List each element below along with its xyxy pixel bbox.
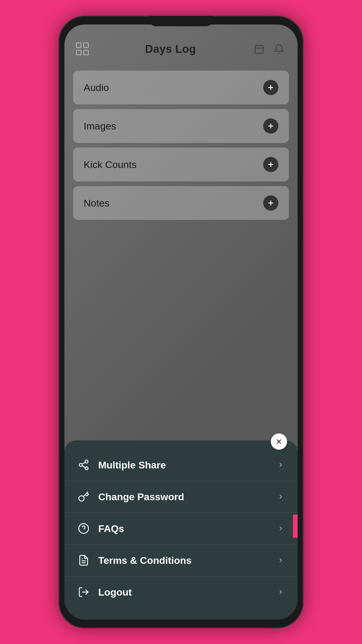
faqs-label: FAQs [98,523,275,534]
kick-counts-add-button[interactable] [263,157,278,172]
logout-label: Logout [98,587,275,598]
audio-label: Audio [84,82,109,93]
notch [149,16,213,26]
kick-counts-label: Kick Counts [84,159,136,170]
share-icon [76,457,91,473]
grid-dot [76,50,81,55]
help-circle-icon [76,521,91,536]
list-section: Audio Images Kick Counts [64,65,298,226]
svg-point-19 [79,524,88,533]
header-right [252,42,286,56]
screen: Days Log [64,24,298,620]
svg-rect-0 [255,46,263,53]
images-add-button[interactable] [263,118,278,134]
multiple-share-item[interactable]: Multiple Share [64,449,298,481]
bottom-sheet: Multiple Share Change Password [64,440,298,620]
phone-frame: Days Log [59,16,303,628]
audio-add-button[interactable] [263,80,278,95]
terms-conditions-label: Terms & Conditions [98,555,275,566]
svg-line-18 [82,462,85,464]
svg-point-14 [85,460,88,463]
faqs-item[interactable]: FAQs [64,513,298,545]
document-icon [76,553,91,568]
grid-dot [83,50,89,55]
close-button[interactable] [271,433,287,450]
notes-label: Notes [84,197,110,209]
svg-line-17 [82,466,85,468]
images-item[interactable]: Images [73,109,289,143]
calendar-icon[interactable] [252,42,266,56]
key-icon [76,489,91,504]
logout-icon [76,584,91,600]
faqs-chevron [275,523,286,534]
terms-conditions-item[interactable]: Terms & Conditions [64,545,298,576]
multiple-share-chevron [275,460,286,470]
side-button [293,514,298,538]
change-password-label: Change Password [98,491,275,503]
grid-icon[interactable] [76,43,89,55]
svg-point-16 [85,467,88,470]
grid-dot [76,43,81,48]
svg-point-15 [79,463,82,466]
terms-conditions-chevron [275,555,286,566]
bell-icon[interactable] [272,42,286,56]
notes-add-button[interactable] [263,195,278,211]
grid-dot [83,43,89,48]
header: Days Log [64,24,298,65]
logout-chevron [275,587,286,597]
header-left [76,43,89,55]
kick-counts-item[interactable]: Kick Counts [73,148,289,181]
notes-item[interactable]: Notes [73,186,289,220]
multiple-share-label: Multiple Share [98,459,275,471]
page-title: Days Log [145,43,196,55]
change-password-item[interactable]: Change Password [64,481,298,513]
change-password-chevron [275,491,286,502]
images-label: Images [84,120,116,132]
app-content: Days Log [64,24,298,620]
audio-item[interactable]: Audio [73,71,289,104]
logout-item[interactable]: Logout [64,576,298,608]
